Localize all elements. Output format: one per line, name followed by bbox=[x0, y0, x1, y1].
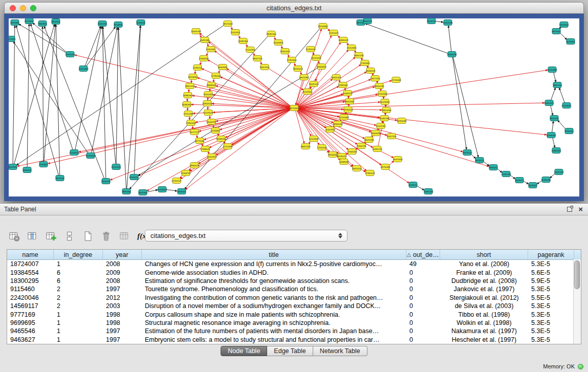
graph-edge[interactable] bbox=[220, 77, 290, 106]
graph-node[interactable]: 9660126 bbox=[363, 18, 372, 24]
graph-edge[interactable] bbox=[75, 55, 290, 107]
graph-node[interactable]: 15950004 bbox=[186, 120, 196, 126]
graph-edge[interactable] bbox=[554, 73, 556, 82]
graph-edge[interactable] bbox=[127, 26, 140, 188]
graph-edge[interactable] bbox=[299, 109, 334, 123]
graph-edge[interactable] bbox=[559, 88, 565, 103]
graph-node[interactable]: 16890022 bbox=[338, 37, 349, 43]
graph-edge[interactable] bbox=[510, 176, 515, 179]
graph-node[interactable]: 18839057 bbox=[206, 82, 216, 88]
graph-edge[interactable] bbox=[537, 181, 541, 184]
graph-edge[interactable] bbox=[436, 21, 443, 23]
graph-node[interactable]: 16790115 bbox=[343, 107, 353, 113]
graph-node[interactable]: 18106420 bbox=[328, 152, 338, 158]
column-header-short[interactable]: short bbox=[440, 250, 528, 259]
graph-node[interactable]: 16129905 bbox=[380, 99, 390, 105]
graph-edge[interactable] bbox=[213, 78, 214, 82]
graph-node[interactable]: 9924501 bbox=[529, 183, 537, 188]
graph-edge[interactable] bbox=[299, 102, 345, 108]
graph-node[interactable]: 19448794 bbox=[447, 52, 457, 57]
graph-node[interactable]: 15608701 bbox=[181, 170, 191, 176]
graph-node[interactable]: 17893305 bbox=[338, 82, 348, 88]
graph-node[interactable]: 16777723 bbox=[189, 129, 200, 135]
graph-node[interactable]: 9906541 bbox=[489, 165, 498, 170]
graph-edge[interactable] bbox=[471, 154, 476, 159]
column-header-year[interactable]: year bbox=[103, 250, 142, 259]
graph-edge[interactable] bbox=[550, 173, 555, 178]
graph-node[interactable]: 21051663 bbox=[78, 66, 89, 72]
graph-edge[interactable] bbox=[48, 108, 290, 163]
graph-node[interactable]: 9973055 bbox=[552, 29, 561, 34]
graph-node[interactable]: 20731155 bbox=[112, 164, 121, 170]
graph-node[interactable]: 9831404 bbox=[122, 189, 131, 194]
graph-edge[interactable] bbox=[551, 106, 553, 116]
graph-node[interactable]: 18133804 bbox=[318, 24, 328, 29]
graph-node[interactable]: 9745881 bbox=[39, 162, 48, 167]
graph-edge[interactable] bbox=[560, 33, 567, 40]
graph-node[interactable]: 15495723 bbox=[372, 146, 382, 152]
graph-node[interactable]: 15460073 bbox=[342, 91, 353, 96]
graph-node[interactable]: 9645330 bbox=[550, 116, 559, 121]
graph-node[interactable]: 21206051 bbox=[69, 150, 79, 156]
graph-edge[interactable] bbox=[27, 24, 29, 167]
graph-node[interactable]: 19081504 bbox=[266, 31, 276, 37]
graph-edge[interactable] bbox=[316, 70, 320, 81]
graph-edge[interactable] bbox=[294, 62, 295, 66]
graph-edge[interactable] bbox=[207, 52, 208, 56]
graph-node[interactable]: 18775061 bbox=[194, 138, 205, 144]
graph-node[interactable]: 9245012 bbox=[409, 182, 418, 188]
graph-node[interactable]: 16910075 bbox=[280, 49, 290, 54]
table-row[interactable]: 911546021997Tourette syndrome. Phenomeno… bbox=[7, 285, 581, 293]
graph-node[interactable]: 9861704 bbox=[553, 82, 562, 88]
graph-node[interactable]: 20679210 bbox=[462, 150, 472, 156]
graph-node[interactable]: 17441106 bbox=[317, 145, 327, 150]
graph-node[interactable]: 15214305 bbox=[346, 45, 357, 51]
graph-edge[interactable] bbox=[103, 27, 116, 164]
graph-edge[interactable] bbox=[33, 23, 67, 52]
graph-edge[interactable] bbox=[134, 26, 140, 174]
table-row[interactable]: 1830029562008Estimation of significance … bbox=[7, 277, 581, 285]
graph-node[interactable]: 16380905 bbox=[182, 102, 192, 107]
graph-node[interactable]: 15876793 bbox=[191, 29, 201, 34]
graph-node[interactable]: 17355901 bbox=[287, 57, 297, 63]
graph-edge[interactable] bbox=[13, 26, 15, 164]
graph-edge[interactable] bbox=[417, 186, 424, 190]
graph-node[interactable]: 18121004 bbox=[223, 21, 233, 27]
graph-edge[interactable] bbox=[42, 27, 43, 161]
table-row[interactable]: 1872400712008Changes of HCN gene express… bbox=[7, 260, 581, 268]
graph-node[interactable]: 17712091 bbox=[223, 144, 233, 149]
graph-edge[interactable] bbox=[326, 149, 329, 152]
graph-edge[interactable] bbox=[327, 28, 330, 31]
graph-node[interactable]: 10453371 bbox=[544, 100, 554, 106]
graph-node[interactable]: 16625021 bbox=[331, 75, 341, 80]
graph-node[interactable]: 17444506 bbox=[199, 56, 209, 61]
graph-edge[interactable] bbox=[31, 24, 73, 150]
graph-node[interactable]: 16663421 bbox=[371, 130, 381, 136]
graph-node[interactable]: 17216608 bbox=[391, 77, 401, 83]
graph-node[interactable]: 10461201 bbox=[541, 177, 551, 183]
table-scrollbar[interactable] bbox=[573, 259, 581, 344]
graph-node[interactable]: 15654321 bbox=[203, 92, 213, 97]
graph-edge[interactable] bbox=[56, 25, 60, 175]
graph-edge[interactable] bbox=[452, 57, 466, 149]
graph-edge[interactable] bbox=[92, 28, 117, 152]
graph-node[interactable]: 21450112 bbox=[129, 174, 139, 180]
graph-node[interactable]: 9273442 bbox=[25, 18, 34, 24]
tab-node-table[interactable]: Node Table bbox=[221, 346, 267, 356]
graph-edge[interactable] bbox=[552, 121, 554, 132]
graph-node[interactable]: 9754806 bbox=[114, 22, 123, 28]
table-row[interactable]: 2242004622012Investigating the contribut… bbox=[7, 294, 581, 302]
graph-edge[interactable] bbox=[17, 25, 224, 165]
graph-edge[interactable] bbox=[298, 109, 364, 138]
graph-node[interactable]: 16904103 bbox=[202, 101, 212, 106]
graph-edge[interactable] bbox=[220, 109, 290, 130]
graph-node[interactable]: 17563342 bbox=[377, 91, 387, 97]
graph-node[interactable]: 18814230 bbox=[381, 107, 391, 113]
graph-node[interactable]: 15781244 bbox=[306, 47, 316, 52]
graph-edge[interactable] bbox=[524, 181, 528, 184]
graph-node[interactable]: 12202127 bbox=[171, 178, 182, 184]
graph-node[interactable]: 17960125 bbox=[365, 170, 375, 176]
graph-node[interactable]: 16649341 bbox=[217, 64, 228, 70]
graph-edge[interactable] bbox=[209, 110, 290, 148]
window-titlebar[interactable]: citations_edges.txt bbox=[4, 2, 584, 14]
